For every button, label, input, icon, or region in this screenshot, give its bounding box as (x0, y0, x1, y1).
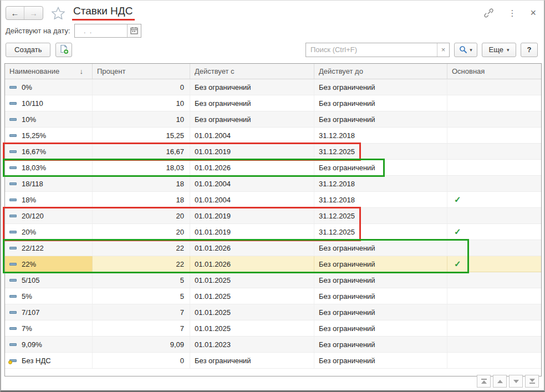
search-input[interactable] (306, 43, 437, 57)
cell-main[interactable] (447, 288, 541, 304)
more-menu-icon[interactable]: ⋮ (508, 9, 516, 17)
more-actions-button[interactable]: Еще ▾ (482, 43, 516, 57)
cell-valid-to[interactable]: Без ограничений (314, 240, 447, 256)
cell-valid-to[interactable]: Без ограничений (314, 160, 447, 175)
cell-valid-from[interactable]: 01.01.2025 (190, 288, 314, 304)
cell-percent[interactable]: 5 (93, 288, 190, 304)
cell-valid-to[interactable]: Без ограничений (314, 337, 447, 352)
cell-percent[interactable]: 22 (93, 256, 190, 272)
table-row[interactable]: 10%10Без ограниченийБез ограничений (5, 111, 541, 128)
cell-percent[interactable]: 18 (93, 192, 190, 207)
cell-main[interactable] (447, 304, 541, 320)
table-row[interactable]: 9,09%9,0901.01.2023Без ограничений (5, 337, 541, 353)
cell-valid-to[interactable]: Без ограничений (314, 320, 447, 336)
cell-percent[interactable]: 18,03 (93, 160, 190, 175)
table-row[interactable]: 18,03%18,0301.01.2026Без ограничений (5, 160, 541, 176)
cell-percent[interactable]: 7 (93, 304, 190, 320)
table-row[interactable]: 5/105501.01.2025Без ограничений (5, 272, 541, 288)
forward-button[interactable]: → (24, 7, 43, 19)
cell-main[interactable] (447, 128, 541, 143)
cell-percent[interactable]: 18 (93, 176, 190, 191)
table-row[interactable]: 7%701.01.2025Без ограничений (5, 320, 541, 337)
cell-percent[interactable]: 22 (93, 240, 190, 256)
cell-percent[interactable]: 0 (93, 79, 190, 95)
cell-main[interactable] (447, 208, 541, 223)
column-header-percent[interactable]: Процент (93, 64, 190, 79)
cell-valid-to[interactable]: Без ограничений (314, 95, 447, 111)
cell-valid-to[interactable]: 31.12.2025 (314, 224, 447, 240)
cell-valid-from[interactable]: 01.01.2019 (190, 144, 314, 159)
cell-name[interactable]: 9,09% (5, 337, 93, 352)
table-row[interactable]: 22/1222201.01.2026Без ограничений (5, 240, 541, 256)
calendar-button[interactable] (127, 24, 141, 37)
cell-main[interactable] (447, 240, 541, 256)
search-clear-button[interactable]: × (437, 43, 449, 57)
create-button[interactable]: Создать (6, 43, 50, 57)
help-button[interactable]: ? (521, 43, 538, 57)
column-header-name[interactable]: Наименование ↓ (5, 64, 93, 79)
table-row[interactable]: 18/1181801.01.200431.12.2018 (5, 176, 541, 192)
scroll-up-button[interactable] (493, 375, 507, 388)
table-row[interactable]: Без НДС0Без ограниченийБез ограничений (5, 353, 541, 369)
cell-valid-from[interactable]: 01.01.2026 (190, 256, 314, 272)
cell-valid-from[interactable]: 01.01.2025 (190, 304, 314, 320)
go-last-button[interactable] (525, 375, 539, 388)
cell-name[interactable]: 7% (5, 320, 93, 336)
cell-valid-to[interactable]: 31.12.2025 (314, 208, 447, 223)
link-icon[interactable] (483, 8, 494, 18)
back-button[interactable]: ← (6, 7, 24, 19)
cell-percent[interactable]: 0 (93, 353, 190, 368)
cell-valid-to[interactable]: Без ограничений (314, 353, 447, 368)
cell-name[interactable]: 20/120 (5, 208, 93, 223)
table-row[interactable]: 15,25%15,2501.01.200431.12.2018 (5, 128, 541, 144)
cell-valid-from[interactable]: 01.01.2023 (190, 337, 314, 352)
cell-main[interactable] (447, 320, 541, 336)
cell-percent[interactable]: 9,09 (93, 337, 190, 352)
cell-valid-from[interactable]: 01.01.2025 (190, 320, 314, 336)
cell-percent[interactable]: 20 (93, 208, 190, 223)
favorite-star-icon[interactable] (52, 7, 65, 19)
cell-valid-from[interactable]: 01.01.2004 (190, 176, 314, 191)
cell-valid-from[interactable]: 01.01.2025 (190, 272, 314, 288)
scroll-down-button[interactable] (509, 375, 523, 388)
cell-valid-to[interactable]: Без ограничений (314, 304, 447, 320)
search-settings-button[interactable]: ▾ (454, 43, 477, 57)
cell-valid-to[interactable]: 31.12.2018 (314, 192, 447, 207)
date-input[interactable] (75, 24, 127, 37)
cell-valid-to[interactable]: Без ограничений (314, 256, 447, 272)
cell-percent[interactable]: 20 (93, 224, 190, 240)
copy-button[interactable] (55, 43, 72, 57)
table-row[interactable]: 20/1202001.01.201931.12.2025 (5, 208, 541, 224)
cell-main[interactable] (447, 176, 541, 191)
cell-main[interactable]: ✓ (447, 192, 541, 207)
cell-valid-from[interactable]: 01.01.2026 (190, 160, 314, 175)
cell-valid-from[interactable]: 01.01.2004 (190, 192, 314, 207)
table-row[interactable]: 0%0Без ограниченийБез ограничений (5, 79, 541, 95)
cell-name[interactable]: 18/118 (5, 176, 93, 191)
cell-percent[interactable]: 10 (93, 95, 190, 111)
column-header-valid-to[interactable]: Действует до (314, 64, 447, 79)
go-first-button[interactable] (477, 375, 491, 388)
table-row[interactable]: 16,67%16,6701.01.201931.12.2025 (5, 144, 541, 160)
cell-valid-from[interactable]: 01.01.2019 (190, 224, 314, 240)
cell-name[interactable]: 5/105 (5, 272, 93, 288)
cell-main[interactable] (447, 95, 541, 111)
table-row[interactable]: 5%501.01.2025Без ограничений (5, 288, 541, 304)
table-row[interactable]: 22%2201.01.2026Без ограничений✓ (5, 256, 541, 272)
cell-name[interactable]: 18% (5, 192, 93, 207)
cell-percent[interactable]: 10 (93, 111, 190, 127)
cell-name[interactable]: 10/110 (5, 95, 93, 111)
cell-valid-from[interactable]: 01.01.2019 (190, 208, 314, 223)
cell-percent[interactable]: 5 (93, 272, 190, 288)
cell-name[interactable]: 18,03% (5, 160, 93, 175)
cell-name[interactable]: 22/122 (5, 240, 93, 256)
cell-valid-to[interactable]: 31.12.2018 (314, 176, 447, 191)
cell-valid-to[interactable]: 31.12.2018 (314, 128, 447, 143)
table-row[interactable]: 7/107701.01.2025Без ограничений (5, 304, 541, 320)
cell-percent[interactable]: 16,67 (93, 144, 190, 159)
cell-valid-to[interactable]: Без ограничений (314, 79, 447, 95)
cell-main[interactable]: ✓ (447, 256, 541, 272)
cell-name[interactable]: 16,67% (5, 144, 93, 159)
cell-valid-from[interactable]: 01.01.2026 (190, 240, 314, 256)
cell-name[interactable]: 0% (5, 79, 93, 95)
